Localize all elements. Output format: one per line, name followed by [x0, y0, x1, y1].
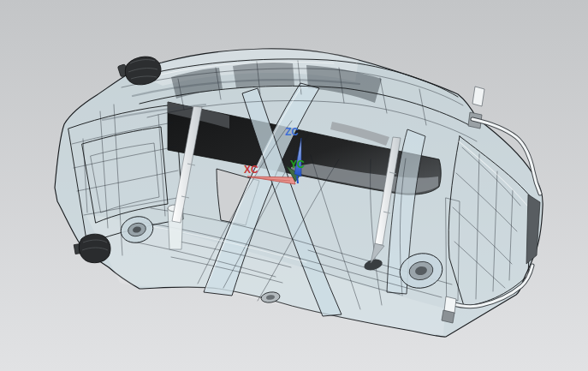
wcs-label-zc: ZC — [285, 126, 299, 138]
wcs-label-yc: YC — [290, 159, 305, 171]
wcs-label-xc: XC — [244, 164, 258, 176]
cad-3d-view[interactable]: XC YC ZC — [0, 0, 588, 371]
cad-viewport[interactable]: XC YC ZC — [0, 0, 588, 371]
